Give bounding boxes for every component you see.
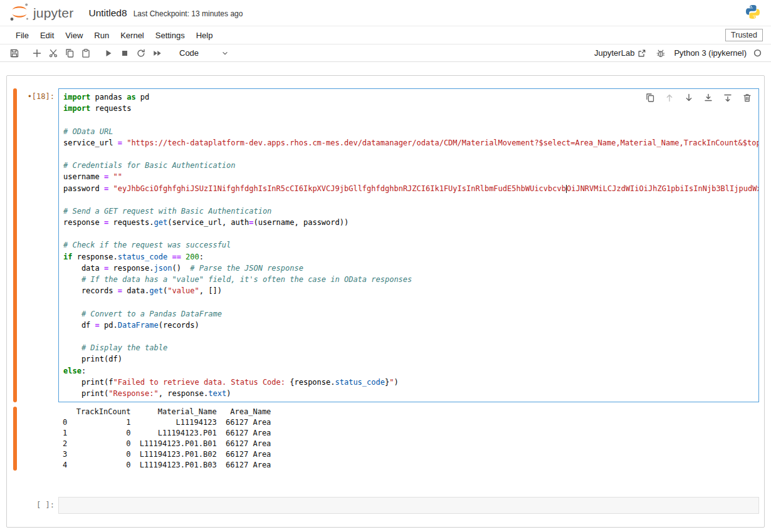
jupyter-logo[interactable]: jupyter	[9, 2, 73, 24]
restart-kernel-button[interactable]	[133, 46, 149, 61]
notebook-panel: •[18]: import pandas as pdimport request…	[6, 75, 765, 528]
top-header: jupyter Untitled8 Last Checkpoint: 13 mi…	[0, 0, 771, 26]
output-prompt	[17, 407, 58, 471]
save-button[interactable]	[6, 46, 23, 61]
menu-settings[interactable]: Settings	[150, 31, 191, 40]
jupyterlab-label: JupyterLab	[594, 48, 634, 58]
insert-cell-below-button[interactable]	[720, 90, 736, 105]
empty-cell-editor[interactable]	[58, 497, 759, 514]
copy-cells-button[interactable]	[61, 46, 78, 61]
menu-run[interactable]: Run	[88, 31, 115, 40]
debugger-bug-icon	[656, 48, 666, 58]
cell-output-area: TrackInCount Material_Name Area_Name0 1 …	[7, 407, 764, 471]
empty-cell-prompt: [ ]:	[17, 497, 58, 514]
insert-cell-above-button[interactable]	[700, 90, 716, 105]
move-cell-down-button[interactable]	[681, 90, 697, 105]
restart-icon	[136, 48, 146, 58]
execution-prompt: •[18]:	[17, 88, 58, 402]
cell-gutter: •[18]:	[7, 88, 58, 402]
open-jupyterlab-link[interactable]: JupyterLab	[594, 48, 646, 58]
interrupt-kernel-button[interactable]	[117, 46, 133, 61]
run-icon	[103, 48, 113, 58]
move-cell-down-icon	[684, 93, 694, 103]
insert-cell-below-icon	[723, 93, 733, 103]
notebook-title[interactable]: Untitled8	[88, 8, 127, 19]
external-link-icon	[637, 49, 646, 58]
cut-cells-button[interactable]	[45, 46, 61, 61]
delete-cell-button[interactable]	[739, 90, 755, 105]
empty-cell-gutter: [ ]:	[7, 497, 58, 514]
cell-type-dropdown[interactable]: Code	[177, 47, 232, 59]
insert-cell-above-icon	[703, 93, 713, 103]
paste-icon	[81, 48, 91, 58]
run-cell-button[interactable]	[100, 46, 117, 61]
kernel-name[interactable]: Python 3 (ipykernel)	[674, 48, 747, 58]
code-cell: •[18]: import pandas as pdimport request…	[7, 88, 764, 402]
menu-file[interactable]: File	[10, 31, 34, 40]
chevron-down-icon	[221, 49, 229, 58]
plus-icon	[32, 48, 42, 58]
menu-kernel[interactable]: Kernel	[115, 31, 150, 40]
cut-scissors-icon	[48, 48, 58, 58]
duplicate-cell-button[interactable]	[642, 90, 658, 105]
restart-run-all-button[interactable]	[149, 46, 165, 61]
paste-cells-button[interactable]	[78, 46, 94, 61]
save-icon	[9, 48, 19, 58]
move-cell-up-button[interactable]	[661, 90, 678, 105]
jupyter-wordmark: jupyter	[33, 6, 73, 21]
python-logo-icon	[745, 4, 761, 23]
insert-cell-button[interactable]	[29, 46, 45, 61]
checkpoint-status: Last Checkpoint: 13 minutes ago	[134, 9, 243, 18]
output-gutter	[7, 407, 58, 471]
empty-code-cell: [ ]:	[7, 497, 764, 514]
debugger-button[interactable]	[653, 46, 669, 61]
code-editor[interactable]: import pandas as pdimport requests # ODa…	[58, 88, 759, 402]
duplicate-cell-icon	[645, 93, 655, 103]
code-editor-lines: import pandas as pdimport requests # ODa…	[63, 91, 754, 399]
cell-type-value: Code	[179, 48, 199, 58]
cell-toolbar	[642, 90, 755, 105]
stop-icon	[120, 48, 130, 58]
trusted-button[interactable]: Trusted	[725, 29, 763, 41]
menu-bar: File Edit View Run Kernel Settings Help …	[0, 26, 771, 44]
fast-forward-icon	[152, 48, 162, 58]
move-cell-up-icon	[664, 93, 674, 103]
notebook-toolbar: Code JupyterLab Python 3 (ipykernel)	[0, 44, 771, 62]
kernel-status-icon	[753, 48, 762, 58]
jupyter-app: jupyter Untitled8 Last Checkpoint: 13 mi…	[0, 0, 771, 528]
menu-help[interactable]: Help	[191, 31, 219, 40]
delete-cell-icon	[742, 93, 752, 103]
output-text: TrackInCount Material_Name Area_Name0 1 …	[58, 407, 764, 471]
menu-view[interactable]: View	[60, 31, 88, 40]
jupyter-logo-icon	[9, 2, 30, 24]
copy-icon	[65, 48, 75, 58]
menu-edit[interactable]: Edit	[34, 31, 60, 40]
